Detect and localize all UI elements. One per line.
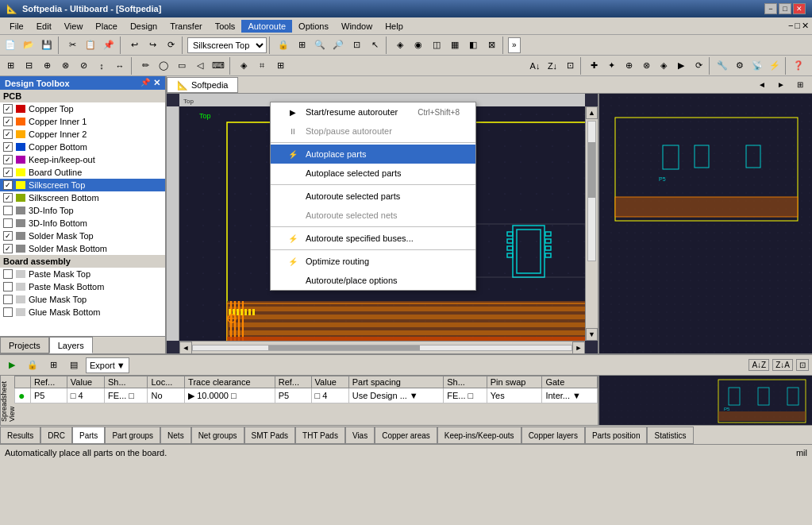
menu-autoroute-buses[interactable]: ⚡ Autoroute specified buses...	[271, 229, 475, 248]
ss-nav-btn[interactable]: ▶	[3, 357, 21, 374]
layer-3dinfo-top[interactable]: 3D-Info Top	[0, 204, 165, 217]
layer-solder-mask-bottom-check[interactable]	[3, 244, 13, 253]
tb2-r7[interactable]: ⟳	[690, 57, 707, 75]
ss-col-trace[interactable]: Trace clearance	[185, 376, 275, 388]
tb-undo[interactable]: ↩	[125, 37, 143, 54]
menu-view[interactable]: View	[58, 20, 90, 33]
ss-cell-loc[interactable]: No	[148, 388, 185, 403]
tab-drc[interactable]: DRC	[40, 427, 72, 444]
ss-col-shape2[interactable]: Sh...	[444, 376, 487, 388]
v-scrollbar-thumb[interactable]	[588, 142, 595, 198]
tb2-r12[interactable]: ❓	[790, 57, 807, 75]
tb2-b1[interactable]: ⊞	[2, 57, 19, 75]
layer-3dinfo-bottom[interactable]: 3D-Info Bottom	[0, 217, 165, 230]
tab-netgroups[interactable]: Net groups	[191, 427, 244, 444]
tab-smtpads[interactable]: SMT Pads	[244, 427, 296, 444]
tb-b6[interactable]: ⊠	[483, 37, 500, 54]
tb2-r11[interactable]: ⚡	[766, 57, 783, 75]
tb2-b15[interactable]: ⊞	[271, 57, 289, 75]
menu-edit[interactable]: Edit	[30, 20, 58, 33]
tb-cut[interactable]: ✂	[63, 37, 81, 54]
h-scrollbar-thumb[interactable]	[268, 345, 420, 350]
close-btn[interactable]: ✕	[793, 3, 806, 14]
ss-group-btn[interactable]: ⊞	[44, 357, 62, 374]
ss-cell-ref2[interactable]: P5	[275, 388, 311, 403]
menu-help[interactable]: Help	[379, 20, 410, 33]
tb2-b3[interactable]: ⊕	[38, 57, 56, 75]
ss-cell-ref[interactable]: P5	[31, 388, 67, 403]
canvas-left-arrow[interactable]: ◄	[753, 76, 771, 93]
tab-projects[interactable]: Projects	[0, 337, 49, 353]
tb-save[interactable]: 💾	[38, 37, 56, 54]
sort-az[interactable]: A↓Z	[749, 359, 769, 371]
maximize-btn[interactable]: □	[779, 3, 791, 14]
layer-copper-top[interactable]: Copper Top	[0, 102, 165, 115]
tb-redo[interactable]: ↪	[144, 37, 161, 54]
tb-grid[interactable]: ⊞	[293, 37, 310, 54]
tb-zoom-out[interactable]: 🔎	[329, 37, 347, 54]
layer-glue-mask-top[interactable]: Glue Mask Top	[0, 293, 165, 306]
menu-design[interactable]: Design	[124, 20, 164, 33]
layer-copper-top-check[interactable]	[3, 104, 13, 114]
design-toolbox-close[interactable]: ✕	[153, 78, 160, 88]
layer-keepin-check[interactable]	[3, 155, 13, 164]
tb2-b9[interactable]: ◯	[155, 57, 172, 75]
menu-file[interactable]: File	[3, 20, 30, 33]
tb-open[interactable]: 📂	[20, 37, 37, 54]
tb2-b12[interactable]: ⌨	[210, 57, 227, 75]
v-scrollbar[interactable]: ▲ ▼	[585, 106, 598, 341]
inner-max-btn[interactable]: □	[795, 21, 800, 31]
tb-snap[interactable]: 🔒	[275, 37, 292, 54]
tab-statistics[interactable]: Statistics	[647, 427, 693, 444]
design-toolbox-pin[interactable]: 📌	[140, 78, 150, 88]
layer-copper-inner1-check[interactable]	[3, 117, 13, 126]
ss-col-value2[interactable]: Value	[311, 376, 348, 388]
tab-parts-position[interactable]: Parts position	[585, 427, 648, 444]
layer-glue-mask-bottom-check[interactable]	[3, 307, 13, 317]
layer-paste-mask-bottom-check[interactable]	[3, 282, 13, 291]
layer-silkscreen-bottom-check[interactable]	[3, 193, 13, 203]
tb-b4[interactable]: ▦	[446, 37, 464, 54]
menu-place[interactable]: Place	[89, 20, 124, 33]
inner-min-btn[interactable]: −	[788, 21, 793, 31]
ss-filter-btn[interactable]: ▤	[65, 357, 83, 374]
ss-col-loc[interactable]: Loc...	[148, 376, 185, 388]
tab-parts[interactable]: Parts	[72, 427, 105, 444]
tb2-b7[interactable]: ↔	[111, 57, 129, 75]
layer-paste-mask-top-check[interactable]	[3, 269, 13, 279]
minimize-btn[interactable]: −	[764, 3, 777, 14]
tab-partgroups[interactable]: Part groups	[105, 427, 160, 444]
layer-copper-bottom-check[interactable]	[3, 142, 13, 152]
tb-zoom-in[interactable]: 🔍	[311, 37, 329, 54]
tb-paste[interactable]: 📌	[100, 37, 117, 54]
tb2-b10[interactable]: ▭	[173, 57, 190, 75]
ss-cell-value[interactable]: □ 4	[67, 388, 104, 403]
tb2-right-b2[interactable]: Z↓	[544, 57, 561, 75]
layer-board-outline[interactable]: Board Outline	[0, 166, 165, 179]
layer-copper-inner2[interactable]: Copper Inner 2	[0, 128, 165, 141]
tb2-r10[interactable]: 📡	[749, 57, 766, 75]
tb-fit[interactable]: ⊡	[348, 37, 365, 54]
layer-solder-mask-top[interactable]: Solder Mask Top	[0, 230, 165, 242]
scroll-up-btn[interactable]: ▲	[586, 106, 598, 119]
layer-keepin[interactable]: Keep-in/keep-out	[0, 153, 165, 166]
menu-autoroute-selected-parts[interactable]: Autoroute selected parts	[271, 187, 475, 206]
tb2-b11[interactable]: ◁	[191, 57, 209, 75]
layer-glue-mask-bottom[interactable]: Glue Mask Bottom	[0, 306, 165, 318]
tb2-right-b3[interactable]: ⊡	[561, 57, 579, 75]
tab-layers[interactable]: Layers	[49, 337, 93, 353]
layer-solder-mask-bottom[interactable]: Solder Mask Bottom	[0, 242, 165, 255]
sort-za[interactable]: Z↓A	[772, 359, 793, 371]
layer-board-outline-check[interactable]	[3, 168, 13, 177]
tb2-b4[interactable]: ⊗	[56, 57, 74, 75]
tb2-r1[interactable]: ✚	[585, 57, 602, 75]
tab-nets[interactable]: Nets	[160, 427, 191, 444]
tb2-b6[interactable]: ↕	[93, 57, 110, 75]
ss-col-gate[interactable]: Gate	[542, 376, 598, 388]
tb-b1[interactable]: ◈	[391, 37, 409, 54]
tab-copper-layers[interactable]: Copper layers	[521, 427, 585, 444]
ss-cell-trace[interactable]: ▶ 10.0000 □	[185, 388, 275, 403]
tab-vias[interactable]: Vias	[345, 427, 375, 444]
layer-3dinfo-bottom-check[interactable]	[3, 218, 13, 228]
tab-thtpads[interactable]: THT Pads	[295, 427, 345, 444]
